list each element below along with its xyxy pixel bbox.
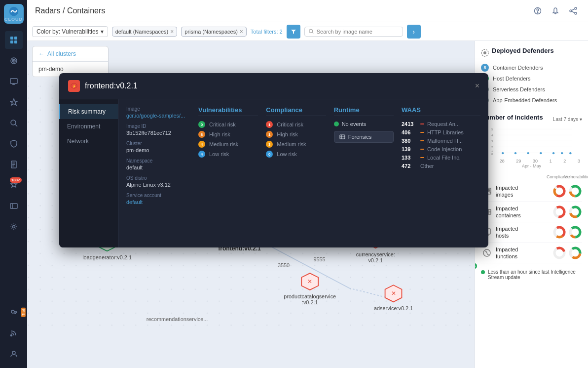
comp-medium-label: Medium risk bbox=[277, 141, 306, 147]
color-by-dropdown[interactable]: Color by: Vulnerabilities ▾ bbox=[32, 26, 108, 37]
svg-point-11 bbox=[11, 120, 16, 125]
svg-text:productcatalogservice: productcatalogservice bbox=[284, 293, 336, 299]
waas-label-code: Code Injection bbox=[427, 146, 462, 152]
info-image-value[interactable]: gcr.io/google-samples/... bbox=[126, 113, 190, 119]
sidebar-item-alerts[interactable]: 1887 bbox=[5, 176, 23, 194]
containers-compliance-donut bbox=[552, 205, 566, 219]
app-name: CLOUD bbox=[4, 17, 23, 22]
svg-point-120 bbox=[552, 152, 554, 154]
impacted-images-donuts bbox=[552, 184, 582, 198]
nav-item-environment[interactable]: Environment bbox=[59, 119, 118, 134]
all-clusters-back[interactable]: ← All clusters bbox=[33, 46, 108, 62]
svg-line-29 bbox=[572, 11, 575, 13]
intel-update: Less than an hour since last Intelligenc… bbox=[481, 269, 582, 280]
svg-text:4: 4 bbox=[491, 134, 493, 137]
frontend-modal[interactable]: ⚡ frontend:v0.2.1 × Risk summary Environ… bbox=[59, 73, 488, 247]
forensics-button[interactable]: Forensics bbox=[334, 131, 394, 143]
comp-high-dot: 1 bbox=[266, 131, 273, 138]
impacted-hosts-donuts bbox=[552, 225, 582, 239]
filter-tag-prisma-remove[interactable]: × bbox=[240, 28, 243, 35]
waas-title[interactable]: WAAS bbox=[402, 106, 480, 116]
nav-button[interactable]: › bbox=[407, 25, 421, 39]
info-sa-value[interactable]: default bbox=[126, 199, 190, 205]
svg-text:adservice:v0.2.1: adservice:v0.2.1 bbox=[374, 305, 413, 311]
vuln-high-row: 8 High risk bbox=[198, 131, 258, 138]
svg-text:2: 2 bbox=[491, 146, 493, 149]
deployed-defenders-title: Deployed Defenders bbox=[492, 47, 554, 54]
waas-badge-http bbox=[420, 132, 424, 133]
filter-tag-default-remove[interactable]: × bbox=[170, 28, 174, 35]
search-box[interactable] bbox=[304, 27, 403, 37]
svg-point-25 bbox=[575, 7, 577, 9]
chart-label-28: 28 bbox=[500, 159, 505, 164]
waas-count-malformed: 380 bbox=[402, 138, 417, 144]
no-events-text: No events bbox=[342, 121, 367, 127]
defenders-header: Deployed Defenders bbox=[481, 47, 582, 58]
chart-label-3: 3 bbox=[578, 159, 580, 164]
svg-point-21 bbox=[10, 335, 12, 336]
sidebar-item-profile[interactable] bbox=[5, 345, 23, 363]
shield-icon-small bbox=[481, 49, 489, 57]
filter-tag-default[interactable]: default (Namespaces) × bbox=[112, 27, 178, 37]
impacted-containers-row[interactable]: Impactedcontainers bbox=[481, 202, 582, 223]
incidents-filter[interactable]: Last 7 days ▾ bbox=[553, 117, 582, 122]
trial-badge: Trial bbox=[21, 308, 26, 317]
modal-shield-icon: ⚡ bbox=[68, 80, 80, 92]
vuln-medium-label: Medium risk bbox=[209, 141, 238, 147]
sidebar-item-defend[interactable] bbox=[5, 135, 23, 153]
sidebar-item-settings[interactable] bbox=[5, 218, 23, 236]
search-input[interactable] bbox=[317, 29, 399, 35]
bell-icon[interactable] bbox=[549, 4, 562, 18]
sidebar-item-collections[interactable] bbox=[5, 197, 23, 215]
impacted-col-headers: Compliance Vulnerabilities bbox=[481, 174, 582, 179]
sidebar-item-radar[interactable] bbox=[5, 52, 23, 70]
impacted-images-row[interactable]: Impactedimages bbox=[481, 181, 582, 202]
vuln-critical-dot: 0 bbox=[198, 121, 205, 128]
sidebar-item-reports[interactable] bbox=[5, 156, 23, 173]
comp-low-row: 0 Low risk bbox=[266, 151, 326, 158]
info-image-id: Image ID 3b152ffe781ec712 bbox=[126, 123, 190, 136]
svg-text::v0.2.1: :v0.2.1 bbox=[302, 299, 318, 305]
hosts-compliance-donut bbox=[552, 225, 566, 239]
modal-header: ⚡ frontend:v0.2.1 × bbox=[59, 73, 488, 99]
waas-row-other: 472 Other bbox=[402, 163, 480, 169]
app-logo[interactable]: CLOUD bbox=[4, 4, 24, 24]
help-button[interactable]: ? 6 bbox=[475, 265, 475, 281]
nav-item-risk-summary[interactable]: Risk summary bbox=[59, 104, 118, 119]
svg-text:1: 1 bbox=[491, 149, 493, 152]
defender-row-serverless: 0 Serverless Defenders bbox=[481, 84, 582, 95]
compliance-title[interactable]: Compliance bbox=[266, 106, 326, 116]
incidents-chart: 5 4 3 2 1 0 bbox=[481, 127, 582, 157]
sidebar-item-search[interactable] bbox=[5, 114, 23, 132]
comp-critical-dot: 1 bbox=[266, 121, 273, 128]
svg-point-116 bbox=[502, 152, 504, 154]
impacted-hosts-row[interactable]: Impactedhosts bbox=[481, 222, 582, 243]
help-topbar-icon[interactable] bbox=[531, 4, 545, 18]
share-icon[interactable] bbox=[566, 4, 580, 18]
modal-left-nav: Risk summary Environment Network bbox=[59, 99, 118, 247]
sidebar-item-dashboard[interactable] bbox=[5, 31, 23, 49]
waas-badge-request bbox=[420, 123, 424, 124]
nav-item-network[interactable]: Network bbox=[59, 134, 118, 149]
waas-badge-localfile bbox=[420, 157, 424, 158]
total-filters[interactable]: Total filters: 2 bbox=[251, 29, 283, 35]
comp-critical-label: Critical risk bbox=[277, 122, 303, 127]
sidebar-item-events[interactable] bbox=[5, 93, 23, 111]
impacted-functions-row[interactable]: Impactedfunctions bbox=[481, 243, 582, 264]
runtime-section: Runtime No events bbox=[334, 106, 394, 241]
vuln-medium-row: 4 Medium risk bbox=[198, 141, 258, 148]
filter-tag-prisma[interactable]: prisma (Namespaces) × bbox=[181, 27, 247, 37]
sidebar-item-credentials[interactable]: Trial bbox=[5, 303, 23, 321]
main-content: Radars / Containers bbox=[27, 0, 588, 368]
sidebar-item-feeds[interactable] bbox=[5, 324, 23, 342]
modal-close-button[interactable]: × bbox=[475, 82, 479, 90]
topbar-icons bbox=[531, 4, 580, 18]
sidebar-item-monitor[interactable] bbox=[5, 73, 23, 90]
vuln-title[interactable]: Vulnerabilities bbox=[198, 106, 258, 116]
sidebar: CLOUD bbox=[0, 0, 27, 368]
info-cluster-label: Cluster bbox=[126, 141, 190, 146]
runtime-title[interactable]: Runtime bbox=[334, 106, 394, 116]
filter-button[interactable] bbox=[287, 25, 300, 39]
svg-line-28 bbox=[572, 9, 575, 10]
info-column: Image gcr.io/google-samples/... Image ID… bbox=[126, 106, 190, 241]
